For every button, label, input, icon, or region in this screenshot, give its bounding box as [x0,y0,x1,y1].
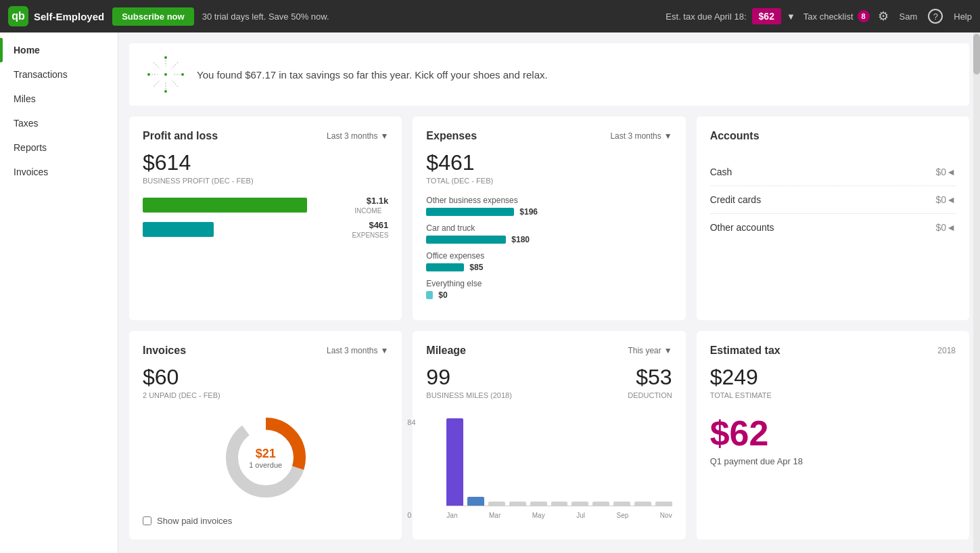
sidebar-item-home[interactable]: Home [0,38,118,62]
banner-message: You found $67.17 in tax savings so far t… [197,69,548,81]
expense-car-amount: $180 [511,235,530,244]
pnl-income-amount: $1.1k [354,196,388,206]
mileage-label-may: May [532,512,545,519]
svg-point-10 [164,90,167,93]
mileage-x-labels: Jan Mar May Jul Sep Nov [446,509,672,519]
pnl-income-label: INCOME [354,207,388,215]
mileage-bar-may [530,502,547,506]
show-paid-row: Show paid invoices [143,516,388,526]
mileage-y-top: 84 [407,418,415,426]
accounts-title: Accounts [710,130,760,142]
chevron-down-icon[interactable]: ▼ [787,12,795,22]
mileage-label-jan: Jan [446,512,457,519]
sidebar-item-taxes[interactable]: Taxes [0,111,118,135]
pnl-expenses-label: EXPENSES [352,231,388,239]
trial-text: 30 trial days left. Save 50% now. [202,12,658,22]
mileage-miles-value: 99 [426,365,512,390]
expense-office-amount: $85 [469,263,483,272]
mileage-card: Mileage This year ▼ 99 BUSINESS MILES (2… [413,331,685,539]
invoices-period[interactable]: Last 3 months ▼ [327,346,388,355]
estimated-tax-card: Estimated tax 2018 $249 TOTAL ESTIMATE $… [697,331,969,539]
show-paid-checkbox[interactable] [143,516,151,525]
sidebar-item-invoices[interactable]: Invoices [0,160,118,184]
mileage-label-sep: Sep [617,512,629,519]
mileage-label-jul: Jul [576,512,585,519]
expenses-value: $461 [426,150,672,175]
est-payment-value: $62 [710,413,956,454]
mileage-bar-mar [488,502,505,506]
show-paid-label[interactable]: Show paid invoices [157,516,232,526]
user-menu[interactable]: Sam [900,12,918,22]
sidebar: Home Transactions Miles Taxes Reports In… [0,32,118,553]
sidebar-item-reports[interactable]: Reports [0,135,118,160]
pnl-income-bar-container [143,198,348,213]
mileage-bar-jul [571,502,588,506]
mileage-chart-wrapper: 84 0 [426,418,672,519]
mileage-bar-oct [634,502,651,506]
pnl-sub-label: BUSINESS PROFIT (Dec - Feb) [143,177,388,185]
expense-car-bar [426,236,506,244]
sidebar-item-transactions[interactable]: Transactions [0,62,118,87]
pnl-expenses-amount: $461 [352,220,388,230]
donut-center: $21 1 overdue [249,447,282,469]
chevron-down-icon: ▼ [380,131,388,141]
invoices-sub-label: 2 UNPAID (Dec - Feb) [143,391,388,399]
cards-grid-row2: Invoices Last 3 months ▼ $60 2 UNPAID (D… [129,331,969,539]
expenses-card: Expenses Last 3 months ▼ $461 TOTAL (Dec… [413,116,685,320]
help-icon[interactable]: ? [928,9,943,24]
tax-checklist-button[interactable]: Tax checklist 8 [803,10,870,22]
expense-row-car: Car and truck $180 [426,223,672,244]
expenses-period[interactable]: Last 3 months ▼ [610,131,672,141]
est-total-label: TOTAL ESTIMATE [710,391,956,399]
pnl-period[interactable]: Last 3 months ▼ [327,131,388,141]
tax-amount-badge: $62 [752,8,781,24]
scrollbar-track[interactable] [973,32,980,553]
mileage-miles-label: BUSINESS MILES (2018) [426,391,512,399]
mileage-y-zero: 0 [407,511,415,519]
pnl-expenses-bar [143,222,214,237]
app-name: Self-Employed [34,11,104,22]
gear-icon[interactable]: ⚙ [878,9,889,24]
account-cash-label: Cash [710,167,732,177]
account-row-other: Other accounts $0◄ [710,214,956,241]
mileage-period[interactable]: This year ▼ [628,346,672,355]
donut-container: $21 1 overdue [143,410,388,505]
mileage-bar-jan [446,418,463,506]
est-payment-label: Q1 payment due Apr 18 [710,456,956,466]
main-content: You found $67.17 in tax savings so far t… [118,32,980,553]
account-credit-label: Credit cards [710,194,761,205]
expense-office-label: Office expenses [426,251,672,261]
qb-logo-icon: qb [8,6,28,26]
mileage-bar-nov [655,502,672,506]
sidebar-item-miles[interactable]: Miles [0,87,118,111]
top-nav: qb Self-Employed Subscribe now 30 trial … [0,0,980,32]
svg-line-6 [172,81,178,87]
mileage-bar-jun [551,502,568,506]
expense-else-amount: $0 [438,290,447,300]
donut-chart: $21 1 overdue [218,410,313,505]
svg-point-11 [147,73,150,76]
account-cash-value: $0◄ [936,167,956,177]
account-row-credit: Credit cards $0◄ [710,186,956,214]
mileage-label-nov: Nov [660,512,672,519]
mileage-y-labels: 84 0 [407,418,415,519]
invoices-value: $60 [143,365,388,390]
expense-else-label: Everything else [426,279,672,288]
mileage-bar-feb [467,497,484,506]
pnl-card: Profit and loss Last 3 months ▼ $614 BUS… [129,116,402,320]
mileage-deduction-label: DEDUCTION [628,391,672,399]
tax-due-area: Est. tax due April 18: $62 ▼ [666,8,795,24]
expense-office-bar [426,263,464,271]
accounts-card: Accounts Cash $0◄ Credit cards $0◄ Other… [697,116,969,320]
firework-icon [145,54,186,95]
mileage-bar-sep [613,502,630,506]
pnl-income-bar [143,198,307,213]
subscribe-button[interactable]: Subscribe now [112,7,193,26]
mileage-bar-aug [592,502,609,506]
cards-grid-row1: Profit and loss Last 3 months ▼ $614 BUS… [129,116,969,320]
est-tax-title: Estimated tax [710,345,780,357]
est-tax-card-header: Estimated tax 2018 [710,345,956,357]
scrollbar-thumb[interactable] [973,34,980,74]
svg-line-5 [154,62,160,68]
chevron-down-icon: ▼ [664,346,672,355]
